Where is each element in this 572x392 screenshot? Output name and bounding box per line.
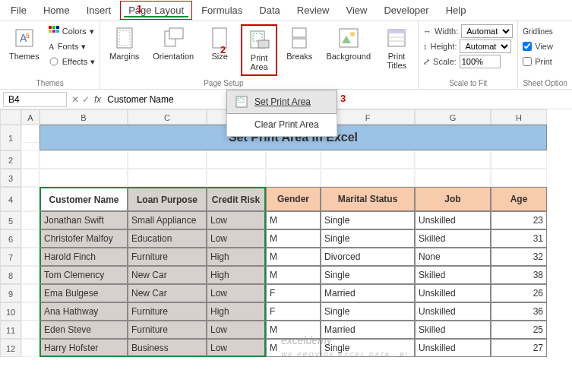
cell-empty[interactable]: [40, 169, 128, 187]
cell-marital-12[interactable]: Single: [321, 339, 415, 357]
cell-gender-12[interactable]: M: [266, 339, 321, 357]
cell-empty[interactable]: [40, 150, 128, 169]
cell-purpose-12[interactable]: Business: [128, 339, 207, 357]
cell-name-10[interactable]: Ana Hathway: [40, 302, 128, 321]
cell-job-6[interactable]: Skilled: [415, 229, 491, 248]
row-header-1[interactable]: 1: [0, 125, 21, 150]
cell-empty[interactable]: [128, 169, 207, 187]
cell-empty[interactable]: [207, 169, 266, 187]
cell-age-11[interactable]: 25: [491, 321, 547, 339]
cell-age-6[interactable]: 31: [491, 229, 547, 248]
cell-a10[interactable]: [21, 302, 40, 321]
name-box[interactable]: [3, 92, 67, 107]
cell-a11[interactable]: [21, 321, 40, 339]
cell-empty[interactable]: [21, 150, 40, 169]
fonts-button[interactable]: AFonts▾: [49, 40, 95, 53]
spreadsheet-grid[interactable]: ABCDEFGH1Set Print Area in Excel234Custo…: [0, 109, 572, 357]
menu-home[interactable]: Home: [36, 2, 77, 19]
effects-button[interactable]: Effects▾: [49, 55, 95, 68]
col-header-B[interactable]: B: [40, 109, 128, 125]
cell-gender-6[interactable]: M: [266, 229, 321, 248]
cell-gender-10[interactable]: F: [266, 302, 321, 321]
cell-marital-11[interactable]: Married: [321, 321, 415, 339]
menu-formulas[interactable]: Formulas: [194, 2, 250, 19]
cell-name-11[interactable]: Eden Steve: [40, 321, 128, 339]
menu-developer[interactable]: Developer: [376, 2, 436, 19]
cell-empty[interactable]: [266, 169, 321, 187]
cell-gender-11[interactable]: M: [266, 321, 321, 339]
menu-file[interactable]: File: [3, 2, 34, 19]
cell-age-8[interactable]: 38: [491, 266, 547, 284]
menu-help[interactable]: Help: [438, 2, 474, 19]
cell-marital-10[interactable]: Single: [321, 302, 415, 321]
header-age[interactable]: Age: [491, 187, 547, 211]
menu-review[interactable]: Review: [289, 2, 337, 19]
col-header-C[interactable]: C: [128, 109, 207, 125]
cell-age-9[interactable]: 26: [491, 284, 547, 302]
header-gender[interactable]: Gender: [266, 187, 321, 211]
menu-insert[interactable]: Insert: [79, 2, 119, 19]
cell-job-7[interactable]: None: [415, 248, 491, 266]
row-header-12[interactable]: 12: [0, 339, 21, 357]
header-job[interactable]: Job: [415, 187, 491, 211]
width-select[interactable]: Automatic: [461, 24, 513, 38]
enter-icon[interactable]: ✓: [82, 94, 90, 105]
cell-name-6[interactable]: Christofer Malfoy: [40, 229, 128, 248]
clear-print-area-item[interactable]: Clear Print Area: [227, 113, 337, 136]
col-header-corner[interactable]: [0, 109, 21, 125]
cell-empty[interactable]: [266, 150, 321, 169]
cell-a7[interactable]: [21, 248, 40, 266]
cell-risk-10[interactable]: High: [207, 302, 266, 321]
cell-purpose-8[interactable]: New Car: [128, 266, 207, 284]
background-button[interactable]: Background: [321, 24, 375, 76]
cell-job-11[interactable]: Skilled: [415, 321, 491, 339]
row-header-11[interactable]: 11: [0, 321, 21, 339]
cell-empty[interactable]: [321, 169, 415, 187]
cell-age-7[interactable]: 32: [491, 248, 547, 266]
cell-risk-9[interactable]: Low: [207, 284, 266, 302]
cell-name-7[interactable]: Harold Finch: [40, 248, 128, 266]
row-header-9[interactable]: 9: [0, 284, 21, 302]
cell-marital-9[interactable]: Married: [321, 284, 415, 302]
cell-risk-5[interactable]: Low: [207, 211, 266, 229]
col-header-G[interactable]: G: [415, 109, 491, 125]
row-header-10[interactable]: 10: [0, 302, 21, 321]
col-header-H[interactable]: H: [491, 109, 547, 125]
cell-empty[interactable]: [128, 150, 207, 169]
row-header-3[interactable]: 3: [0, 169, 21, 187]
cell-purpose-7[interactable]: Furniture: [128, 248, 207, 266]
cell-marital-8[interactable]: Single: [321, 266, 415, 284]
colors-button[interactable]: Colors▾: [49, 24, 95, 38]
cell-a1[interactable]: [21, 125, 40, 143]
header-customer-name[interactable]: Customer Name: [40, 187, 128, 211]
cell-marital-7[interactable]: Divorced: [321, 248, 415, 266]
scale-input[interactable]: [460, 55, 501, 68]
print-checkbox[interactable]: [523, 57, 532, 66]
cell-a5[interactable]: [21, 211, 40, 229]
cell-a8[interactable]: [21, 266, 40, 284]
cell-risk-6[interactable]: Low: [207, 229, 266, 248]
cell-empty[interactable]: [491, 150, 547, 169]
menu-view[interactable]: View: [338, 2, 374, 19]
header-loan-purpose[interactable]: Loan Purpose: [128, 187, 207, 211]
row-header-8[interactable]: 8: [0, 266, 21, 284]
view-checkbox[interactable]: [523, 42, 532, 51]
cell-a12[interactable]: [21, 339, 40, 357]
row-header-6[interactable]: 6: [0, 229, 21, 248]
cell-job-8[interactable]: Skilled: [415, 266, 491, 284]
row-header-7[interactable]: 7: [0, 248, 21, 266]
cell-a6[interactable]: [21, 229, 40, 248]
cell-name-5[interactable]: Jonathan Swift: [40, 211, 128, 229]
col-header-A[interactable]: A: [21, 109, 40, 125]
header-marital-status[interactable]: Marital Status: [321, 187, 415, 211]
cell-job-12[interactable]: Unskilled: [415, 339, 491, 357]
cell-a9[interactable]: [21, 284, 40, 302]
cell-risk-8[interactable]: High: [207, 266, 266, 284]
cell-purpose-6[interactable]: Education: [128, 229, 207, 248]
cell-gender-5[interactable]: M: [266, 211, 321, 229]
cell-name-8[interactable]: Tom Clemency: [40, 266, 128, 284]
cell-job-10[interactable]: Unskilled: [415, 302, 491, 321]
cell-marital-5[interactable]: Single: [321, 211, 415, 229]
cell-empty[interactable]: [207, 150, 266, 169]
menu-page-layout[interactable]: Page Layout: [120, 1, 192, 20]
